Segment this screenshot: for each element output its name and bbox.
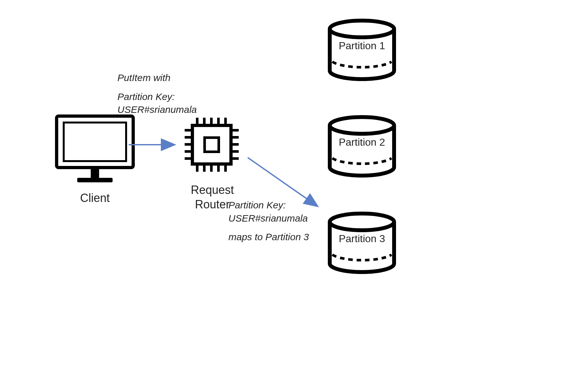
- diagram-canvas: Client: [0, 0, 581, 392]
- routing-annotation-line1: Partition Key:: [228, 199, 325, 212]
- request-annotation: PutItem with Partition Key: USER#srianum…: [117, 71, 227, 116]
- routing-annotation: Partition Key: USER#srianumala maps to P…: [228, 199, 325, 244]
- request-annotation-line2: Partition Key:: [117, 90, 227, 104]
- request-annotation-line1: PutItem with: [117, 71, 227, 85]
- arrow-router-to-p3: [0, 0, 581, 392]
- request-annotation-line3: USER#srianumala: [117, 103, 227, 116]
- routing-annotation-line2: USER#srianumala: [228, 212, 325, 225]
- routing-annotation-line3: maps to Partition 3: [228, 231, 325, 244]
